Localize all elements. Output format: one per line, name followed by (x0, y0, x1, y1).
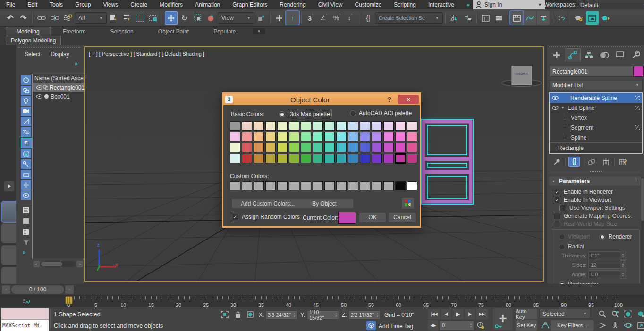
menu-item[interactable]: Animation (189, 0, 226, 9)
zoom-extents-icon[interactable] (622, 309, 634, 319)
menu-item[interactable]: Graph Editors (226, 0, 273, 9)
select-object-icon[interactable] (107, 11, 120, 25)
filter-bones-icon[interactable] (21, 159, 31, 169)
custom-color-swatch[interactable] (324, 181, 335, 190)
menu-item[interactable]: Scripting (388, 0, 422, 9)
color-swatch[interactable] (324, 121, 335, 131)
rendered-frame-window-icon[interactable] (586, 11, 599, 25)
keyboard-shortcut-override-icon[interactable]: ↑ (286, 11, 299, 25)
scroll-thumb[interactable] (41, 262, 62, 266)
filter-hidden-icon[interactable] (21, 190, 31, 200)
current-frame-field[interactable]: 0 ▲▼ (439, 320, 474, 331)
list-item[interactable]: Box001 (33, 92, 85, 101)
color-swatch[interactable] (336, 143, 347, 152)
color-swatch[interactable] (336, 154, 347, 163)
menu-item[interactable]: Rendering (273, 0, 312, 9)
listener-pink-pane[interactable] (1, 308, 49, 320)
select-and-rotate-icon[interactable]: ↻ (178, 11, 191, 25)
palette-acad-label[interactable]: AutoCAD ACI palette (359, 110, 412, 116)
custom-color-swatch[interactable] (230, 181, 240, 190)
x-spinner[interactable]: ▲▼ (292, 311, 297, 319)
visibility-eye-icon[interactable] (552, 96, 559, 100)
current-color-swatch[interactable] (338, 212, 356, 224)
tab-motion-icon[interactable] (597, 49, 612, 62)
show-end-result-icon[interactable] (568, 157, 580, 167)
rectangular-selection-region-icon[interactable] (134, 11, 146, 25)
filter-overflow-chevron[interactable]: » (23, 249, 26, 256)
enable-in-renderer-label[interactable]: Enable In Renderer (564, 189, 613, 195)
viewport-label[interactable]: [ + ] [ Perspective ] [ Standard ] [ Def… (89, 51, 204, 57)
enable-in-viewport-label[interactable]: Enable In Viewport (564, 197, 611, 203)
explorer-column-header[interactable]: Name (Sorted Ascend (33, 74, 85, 83)
sign-in-dropdown-icon[interactable]: ▼ (538, 2, 542, 7)
toggle-layer-explorer-icon[interactable] (492, 11, 505, 25)
scroll-right-button[interactable]: > (76, 261, 83, 267)
key-mode-toggle[interactable]: ◀▶ (428, 320, 438, 331)
dialog-title-bar[interactable]: 3 Object Color ? ✕ (223, 94, 420, 105)
auto-key-button[interactable]: Auto Key (516, 309, 537, 319)
zoom-icon[interactable] (597, 309, 608, 319)
list-item[interactable]: Rectangle001 (33, 83, 85, 92)
use-viewport-settings-checkbox[interactable]: ✓ (559, 205, 566, 211)
custom-color-swatch[interactable] (277, 181, 288, 190)
workspace-dropdown[interactable]: Default ▼ (577, 0, 644, 10)
ok-button[interactable]: OK (359, 213, 386, 222)
color-swatch[interactable] (254, 143, 264, 152)
sort-list-icon[interactable] (21, 206, 31, 215)
color-swatch[interactable] (324, 143, 335, 152)
menu-item[interactable]: Create (124, 0, 153, 9)
visibility-eye-icon[interactable] (552, 106, 559, 110)
select-and-move-icon[interactable] (165, 11, 178, 25)
snaps-toggle-3d-icon[interactable]: 3˺ (304, 11, 317, 25)
palette-3dsmax-label[interactable]: 3ds Max palette (288, 110, 332, 118)
color-swatch[interactable] (348, 143, 358, 152)
palette-3dsmax-radio[interactable] (279, 111, 285, 117)
filter-all-icon[interactable] (21, 180, 31, 190)
select-and-place-icon[interactable] (204, 11, 217, 25)
enable-in-viewport-checkbox[interactable]: ✓ (554, 197, 560, 203)
menu-item[interactable]: Modifiers (153, 0, 189, 9)
frame-spinner[interactable]: ▲▼ (468, 321, 474, 330)
color-swatch[interactable] (313, 154, 323, 163)
renderer-radio-label[interactable]: Renderer (608, 233, 632, 240)
time-tag-cube-icon[interactable] (366, 321, 376, 330)
color-swatch[interactable] (254, 132, 264, 141)
stack-subobject-segment[interactable]: Segment (550, 123, 642, 132)
color-swatch[interactable] (301, 121, 311, 131)
generate-mapping-coords-label[interactable]: Generate Mapping Coords. (564, 213, 632, 219)
color-swatch[interactable] (230, 132, 240, 141)
explorer-overflow-chevron[interactable]: » (75, 60, 78, 67)
menu-item[interactable]: Customize (349, 0, 388, 9)
play-button[interactable]: ▶ (452, 309, 464, 319)
panel-drag-handle[interactable] (18, 47, 80, 48)
color-swatch[interactable] (383, 154, 394, 163)
sides-spinner[interactable]: ▲▼ (620, 260, 626, 269)
color-swatch[interactable] (407, 154, 417, 163)
bind-to-spacewarp-icon[interactable] (61, 11, 74, 25)
scroll-left-button[interactable]: < (33, 261, 40, 267)
sort-detail-icon[interactable] (21, 227, 31, 237)
visibility-eye-icon[interactable] (36, 85, 42, 90)
color-swatch[interactable] (265, 154, 276, 163)
select-and-scale-icon[interactable] (191, 11, 204, 25)
color-swatch[interactable] (372, 121, 382, 131)
angle-field[interactable]: 0.0 (588, 270, 620, 278)
generate-mapping-coords-checkbox[interactable]: ✓ (554, 213, 560, 219)
orbit-icon[interactable] (622, 320, 634, 331)
color-swatch[interactable] (360, 121, 370, 131)
stack-item-renderable-spline[interactable]: Renderable Spline (550, 93, 642, 103)
color-swatch[interactable] (313, 143, 323, 152)
angle-snap-icon[interactable]: ∠˺ (317, 11, 330, 25)
assign-random-checkbox[interactable]: ✓ (232, 214, 238, 220)
color-swatch[interactable] (265, 121, 276, 131)
filter-shapes-icon[interactable] (21, 86, 31, 95)
tab-hierarchy-icon[interactable] (581, 49, 596, 62)
real-world-map-size-checkbox[interactable]: ✓ (554, 221, 560, 227)
color-swatch[interactable] (372, 143, 382, 152)
time-slider[interactable] (65, 296, 73, 304)
color-swatch[interactable] (289, 121, 299, 131)
color-swatch[interactable] (395, 154, 406, 163)
reference-coordinate-dropdown[interactable]: View ▼ (218, 12, 254, 24)
custom-color-swatch[interactable] (383, 181, 394, 190)
explorer-h-scrollbar[interactable]: < > (33, 260, 83, 268)
